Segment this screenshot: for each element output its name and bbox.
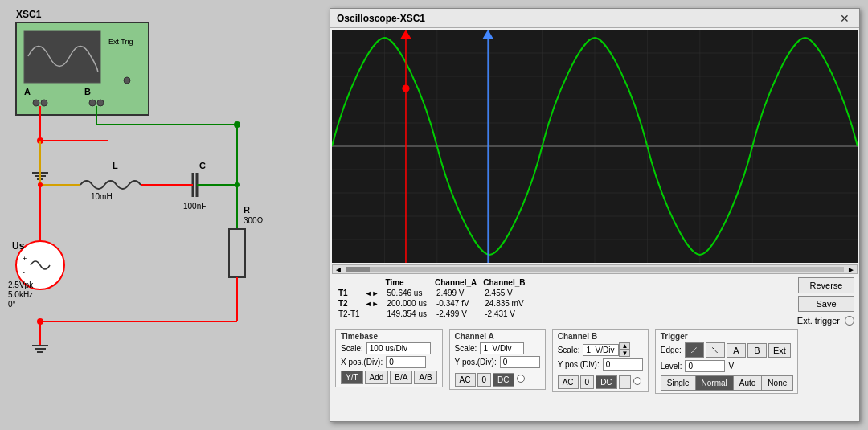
svg-text:5.0kHz: 5.0kHz (8, 290, 33, 299)
close-button[interactable]: ✕ (837, 12, 853, 25)
trigger-a-button[interactable]: A (727, 343, 746, 358)
timing-table: Time Channel_A Channel_B T1 ◄► 50.646 us… (335, 277, 529, 319)
svg-text:-: - (23, 268, 25, 276)
t2t1-channel-a: -2.499 V (432, 309, 480, 319)
t2-channel-a: -0.347 fV (432, 298, 480, 309)
timebase-ba-button[interactable]: B/A (390, 371, 412, 384)
svg-text:10mH: 10mH (91, 192, 113, 201)
t2-channel-b: 24.835 mV (480, 298, 528, 309)
oscilloscope-window: Oscilloscope-XSC1 ✕ (330, 8, 860, 422)
channel-a-dc-button[interactable]: DC (493, 373, 514, 387)
channel-b-0-button[interactable]: 0 (580, 375, 595, 389)
t2-label: T2 (335, 298, 362, 309)
timebase-scale-input[interactable] (366, 342, 431, 354)
trigger-b-button[interactable]: B (747, 343, 767, 358)
horizontal-scrollbar[interactable]: ◄ ► (332, 264, 858, 274)
svg-point-58 (38, 182, 43, 187)
channel-a-ypos-input[interactable] (500, 356, 540, 368)
channel-b-radio[interactable] (633, 377, 641, 385)
trigger-mode-buttons: Single Normal Auto None (661, 375, 793, 391)
channel-a-0-button[interactable]: 0 (477, 373, 492, 387)
timebase-scale-label: Scale: (341, 344, 363, 353)
channel-b-scale-up[interactable]: ▲ (619, 342, 630, 350)
channel-b-scale-label: Scale: (558, 346, 580, 354)
trigger-title: Trigger (661, 332, 793, 341)
right-button-group: Reverse Save Ext. trigger (797, 277, 854, 326)
channel-a-scale-label: Scale: (455, 344, 477, 353)
svg-text:A: A (24, 87, 31, 96)
svg-text:0°: 0° (8, 300, 16, 309)
channel-b-dc-button[interactable]: DC (596, 375, 616, 389)
svg-rect-41 (229, 229, 245, 277)
channel-b-header: Channel_B (480, 277, 528, 288)
channel-a-group: Channel A Scale: Y pos.(Div): AC 0 DC (449, 329, 546, 390)
t1-channel-a: 2.499 V (432, 288, 480, 298)
t1-label: T1 (335, 288, 362, 298)
channel-b-ypos-input[interactable] (603, 358, 643, 371)
t1-arrows[interactable]: ◄► (362, 288, 383, 298)
channel-a-ac-button[interactable]: AC (455, 373, 476, 387)
ext-trigger-label: Ext. trigger (797, 316, 840, 326)
trigger-rising-button[interactable]: ⟋ (685, 342, 704, 358)
ext-trigger-row: Ext. trigger (797, 316, 854, 326)
channel-b-scale-input[interactable] (583, 344, 619, 356)
svg-text:C: C (199, 161, 206, 170)
trigger-level-input[interactable] (685, 360, 725, 372)
channel-b-group: Channel B Scale: ▲ ▼ Y pos.(Div): (552, 329, 649, 392)
trigger-falling-button[interactable]: ⟍ (706, 342, 725, 358)
trigger-auto-button[interactable]: Auto (733, 375, 763, 391)
time-header: Time (383, 277, 432, 288)
t2t1-label: T2-T1 (335, 309, 362, 319)
t2-time: 200.000 us (383, 298, 432, 309)
channel-a-title: Channel A (455, 332, 540, 341)
timebase-add-button[interactable]: Add (365, 371, 389, 384)
t1-channel-b: 2.455 V (480, 288, 528, 298)
oscilloscope-title: Oscilloscope-XSC1 (337, 13, 425, 24)
timebase-group: Timebase Scale: X pos.(Div): Y/T Add B/A… (335, 329, 443, 387)
trigger-none-button[interactable]: None (761, 375, 793, 391)
channel-b-ypos-label: Y pos.(Div): (558, 360, 600, 369)
svg-point-9 (124, 77, 130, 84)
channel-b-minus-button[interactable]: - (619, 375, 631, 389)
svg-text:Ext Trig: Ext Trig (108, 38, 133, 46)
svg-text:L: L (113, 161, 118, 170)
t1-time: 50.646 us (383, 288, 432, 298)
svg-text:+: + (23, 255, 27, 263)
channel-a-radio[interactable] (517, 375, 525, 383)
channel-b-ac-button[interactable]: AC (558, 375, 579, 389)
svg-text:B: B (84, 87, 91, 96)
scroll-left-arrow[interactable]: ◄ (334, 265, 342, 274)
svg-point-6 (41, 100, 47, 106)
bottom-controls: Timebase Scale: X pos.(Div): Y/T Add B/A… (335, 329, 854, 394)
svg-point-7 (89, 100, 96, 106)
timebase-yt-button[interactable]: Y/T (341, 371, 363, 384)
scroll-right-arrow[interactable]: ► (847, 265, 855, 274)
trigger-normal-button[interactable]: Normal (695, 375, 734, 391)
svg-point-8 (97, 100, 104, 106)
ext-trigger-radio[interactable] (845, 316, 854, 326)
svg-text:XSC1: XSC1 (16, 9, 42, 20)
svg-text:R: R (244, 205, 250, 215)
timebase-title: Timebase (341, 332, 437, 341)
trigger-single-button[interactable]: Single (661, 375, 696, 391)
svg-rect-1 (24, 31, 100, 83)
t2-arrows[interactable]: ◄► (362, 298, 383, 309)
trigger-ext-button[interactable]: Ext (768, 343, 791, 358)
svg-text:300Ω: 300Ω (244, 216, 264, 225)
reverse-button[interactable]: Reverse (798, 277, 854, 293)
level-label: Level: (661, 362, 682, 371)
timebase-xpos-label: X pos.(Div): (341, 358, 383, 367)
channel-a-ypos-label: Y pos.(Div): (455, 358, 497, 367)
trigger-group: Trigger Edge: ⟋ ⟍ A B Ext Level: V Singl… (655, 329, 799, 394)
level-unit: V (728, 362, 734, 371)
channel-a-scale-input[interactable] (480, 342, 524, 354)
save-button[interactable]: Save (798, 296, 854, 312)
oscilloscope-titlebar: Oscilloscope-XSC1 ✕ (330, 9, 859, 28)
channel-b-title: Channel B (558, 332, 643, 341)
timebase-ab-button[interactable]: A/B (414, 371, 436, 384)
svg-text:2.5Vpk: 2.5Vpk (8, 281, 34, 289)
svg-text:Us: Us (12, 240, 25, 252)
edge-label: Edge: (661, 346, 682, 354)
channel-b-scale-down[interactable]: ▼ (619, 350, 630, 357)
timebase-xpos-input[interactable] (386, 356, 426, 368)
